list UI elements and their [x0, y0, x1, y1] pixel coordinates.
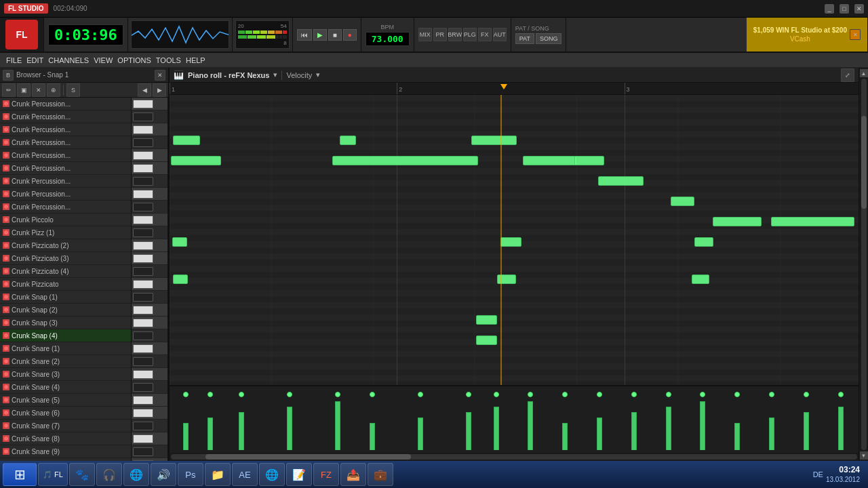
- note-1[interactable]: [340, 136, 356, 145]
- piano-roll-btn[interactable]: PR: [433, 28, 447, 41]
- plugin-btn[interactable]: PLG: [463, 28, 477, 41]
- select-tool[interactable]: ▣: [17, 83, 31, 97]
- track-item-11[interactable]: Crunk Pizzicato (2): [0, 239, 131, 252]
- track-item-19[interactable]: Crunk Snare (1): [0, 342, 131, 355]
- track-item-3[interactable]: Crunk Percussion...: [0, 136, 131, 149]
- scroll-left-icon[interactable]: ◀: [138, 83, 151, 97]
- note-16[interactable]: [692, 274, 709, 284]
- menu-file[interactable]: FILE: [4, 56, 24, 65]
- note-12[interactable]: [500, 237, 521, 247]
- scrollbar-track[interactable]: [171, 454, 857, 460]
- velocity-tab[interactable]: Velocity: [286, 71, 312, 79]
- menu-view[interactable]: VIEW: [92, 56, 115, 65]
- menu-channels[interactable]: CHANNELS: [46, 56, 91, 65]
- track-item-5[interactable]: Crunk Percussion...: [0, 162, 131, 175]
- note-17[interactable]: [476, 315, 496, 325]
- dropdown-arrow[interactable]: ▾: [273, 70, 277, 79]
- track-item-23[interactable]: Crunk Snare (5): [0, 394, 131, 407]
- song-button[interactable]: SONG: [536, 33, 562, 44]
- panel-close-icon[interactable]: ✕: [155, 70, 165, 81]
- mixer-btn[interactable]: MIX: [418, 28, 432, 41]
- automation-btn[interactable]: AUT: [493, 28, 507, 41]
- note-5[interactable]: [523, 156, 576, 165]
- fx-btn[interactable]: FX: [478, 28, 492, 41]
- note-2[interactable]: [471, 136, 517, 145]
- taskbar-browser[interactable]: 🐾: [69, 463, 95, 486]
- snap-btn[interactable]: S: [66, 83, 80, 97]
- pat-button[interactable]: PAT: [515, 33, 534, 44]
- note-area[interactable]: [170, 95, 859, 385]
- track-item-20[interactable]: Crunk Snare (2): [0, 355, 131, 368]
- track-item-7[interactable]: Crunk Percussion...: [0, 188, 131, 201]
- browser-btn[interactable]: BRW: [448, 28, 462, 41]
- track-item-13[interactable]: Crunk Pizzicato (4): [0, 265, 131, 278]
- note-3[interactable]: [171, 156, 221, 165]
- note-4[interactable]: [332, 156, 478, 165]
- taskbar-filezilla[interactable]: FZ: [313, 463, 339, 486]
- track-item-16[interactable]: Crunk Snap (2): [0, 304, 131, 317]
- taskbar-sound[interactable]: 🔊: [151, 463, 176, 486]
- taskbar-app3[interactable]: 💼: [368, 463, 393, 486]
- taskbar-aftereffects[interactable]: AE: [232, 463, 258, 486]
- promo-banner[interactable]: $1,059 WIN FL Studio at $200 VCash ✕: [747, 18, 868, 52]
- note-9[interactable]: [713, 217, 762, 226]
- start-button[interactable]: ⊞: [3, 463, 37, 486]
- stop-button[interactable]: ■: [328, 29, 342, 41]
- pr-expand-btn[interactable]: ⤢: [841, 68, 854, 82]
- scroll-right-icon[interactable]: ▶: [153, 83, 166, 97]
- track-item-0[interactable]: Crunk Percussion...: [0, 98, 131, 110]
- taskbar-record[interactable]: 🎧: [96, 463, 122, 486]
- play-button[interactable]: ▶: [313, 29, 327, 41]
- menu-tools[interactable]: TOOLS: [154, 56, 183, 65]
- track-item-27[interactable]: Crunk Snare (9): [0, 445, 131, 458]
- track-item-22[interactable]: Crunk Snare (4): [0, 381, 131, 394]
- note-7[interactable]: [598, 176, 644, 186]
- taskbar-app2[interactable]: 📤: [340, 463, 366, 486]
- track-item-25[interactable]: Crunk Snare (7): [0, 420, 131, 432]
- rewind-button[interactable]: ⏮: [297, 29, 312, 41]
- track-item-21[interactable]: Crunk Snare (3): [0, 368, 131, 381]
- taskbar-ie[interactable]: 🌐: [259, 463, 285, 486]
- erase-tool[interactable]: ✕: [32, 83, 45, 97]
- note-10[interactable]: [771, 217, 854, 226]
- note-13[interactable]: [694, 237, 713, 247]
- taskbar-files[interactable]: 📁: [205, 463, 231, 486]
- menu-edit[interactable]: EDIT: [24, 56, 45, 65]
- close-button[interactable]: ✕: [854, 4, 864, 14]
- track-item-12[interactable]: Crunk Pizzicato (3): [0, 252, 131, 265]
- track-item-9[interactable]: Crunk Piccolo: [0, 214, 131, 226]
- note-0[interactable]: [173, 136, 200, 145]
- track-item-26[interactable]: Crunk Snare (8): [0, 432, 131, 445]
- note-8[interactable]: [671, 197, 695, 206]
- scroll-up-btn[interactable]: ▲: [860, 69, 868, 77]
- track-item-10[interactable]: Crunk Pizz (1): [0, 226, 131, 239]
- track-item-2[interactable]: Crunk Percussion...: [0, 123, 131, 136]
- promo-close-button[interactable]: ✕: [850, 29, 861, 40]
- track-item-15[interactable]: Crunk Snap (1): [0, 291, 131, 304]
- track-item-1[interactable]: Crunk Percussion...: [0, 110, 131, 123]
- v-scrollbar[interactable]: ▲ ▼: [859, 68, 868, 461]
- menu-help[interactable]: HELP: [184, 56, 208, 65]
- h-scrollbar[interactable]: [170, 453, 859, 461]
- track-item-14[interactable]: Crunk Pizzicato: [0, 278, 131, 291]
- record-button[interactable]: ●: [343, 29, 357, 41]
- track-item-18[interactable]: Crunk Snap (4): [0, 329, 131, 342]
- track-item-24[interactable]: Crunk Snare (6): [0, 407, 131, 420]
- track-item-8[interactable]: Crunk Percussion...: [0, 201, 131, 214]
- draw-tool[interactable]: ✏: [2, 83, 16, 97]
- velocity-dropdown[interactable]: ▾: [316, 70, 320, 79]
- taskbar-chrome[interactable]: 🌐: [123, 463, 149, 486]
- note-18[interactable]: [476, 336, 496, 345]
- taskbar-notes[interactable]: 📝: [286, 463, 312, 486]
- note-14[interactable]: [173, 274, 188, 284]
- browser-icon[interactable]: B: [3, 70, 14, 81]
- track-item-4[interactable]: Crunk Percussion...: [0, 149, 131, 162]
- note-6[interactable]: [574, 156, 604, 165]
- minimize-button[interactable]: _: [825, 4, 834, 14]
- zoom-tool[interactable]: ⊕: [47, 83, 60, 97]
- note-11[interactable]: [172, 237, 187, 247]
- track-item-17[interactable]: Crunk Snap (3): [0, 317, 131, 329]
- menu-options[interactable]: OPTIONS: [115, 56, 153, 65]
- track-item-6[interactable]: Crunk Percussion...: [0, 175, 131, 188]
- scrollbar-thumb[interactable]: [205, 454, 412, 460]
